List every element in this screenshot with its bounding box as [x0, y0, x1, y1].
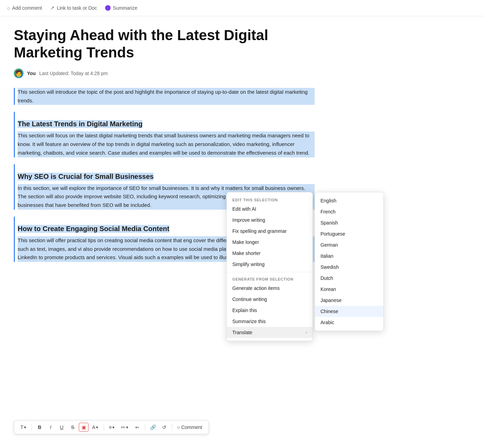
summarize-icon	[105, 5, 111, 11]
link-chain-icon: 🔗	[150, 424, 156, 430]
submenu-lang-chinese[interactable]: Chinese	[315, 306, 383, 317]
generate-section-label: GENERATE FROM SELECTION	[227, 274, 313, 283]
dropdown-icon: ▼	[24, 426, 27, 429]
menu-divider	[227, 272, 313, 272]
menu-make-longer[interactable]: Make longer	[227, 237, 313, 248]
comment-button[interactable]: ○ Comment	[175, 423, 204, 431]
link-to-task-label: Link to task or Doc	[57, 5, 97, 11]
latest-trends-text: This section will focus on the latest di…	[18, 131, 315, 157]
submenu-lang-italian[interactable]: Italian	[315, 250, 383, 262]
summarize-button[interactable]: Summarize	[105, 5, 137, 11]
translate-arrow-icon: ›	[306, 330, 307, 335]
align-button[interactable]: ≡ ▼	[107, 423, 117, 431]
link-button[interactable]: 🔗	[148, 423, 158, 431]
menu-improve-writing[interactable]: Improve writing	[227, 214, 313, 226]
top-toolbar: ○ Add comment ↗ Link to task or Doc Summ…	[0, 0, 484, 16]
document-title: Staying Ahead with the Latest Digital Ma…	[14, 27, 315, 62]
undo-button[interactable]: ↺	[159, 423, 169, 431]
color-arrow-icon: ▼	[95, 426, 99, 429]
submenu-lang-japanese[interactable]: Japanese	[315, 295, 383, 306]
author-name: You	[27, 71, 36, 76]
edit-section-label: EDIT THIS SELECTION	[227, 195, 313, 203]
section-heading-latest-trends: The Latest Trends in Digital Marketing	[18, 120, 142, 128]
menu-generate-action-items[interactable]: Generate action items	[227, 283, 313, 294]
intro-text: This section will introduce the topic of…	[18, 88, 315, 105]
comment-bubble-icon: ○	[177, 424, 180, 430]
outdent-icon: ⇐	[135, 424, 139, 430]
section-intro: This section will introduce the topic of…	[14, 88, 315, 105]
text-format-button[interactable]: T ▼	[18, 423, 29, 431]
menu-translate[interactable]: Translate ›	[227, 327, 313, 338]
section-heading-seo: Why SEO is Crucial for Small Businesses	[18, 173, 153, 181]
menu-explain-this[interactable]: Explain this	[227, 305, 313, 316]
link-icon: ↗	[50, 5, 55, 11]
underline-button[interactable]: U	[57, 423, 66, 431]
align-icon: ≡	[109, 424, 112, 430]
outdent-button[interactable]: ⇐	[132, 423, 142, 431]
language-submenu: EnglishFrenchSpanishPortugueseGermanItal…	[315, 192, 384, 331]
list-icon: ≔	[121, 424, 125, 430]
comment-icon: ○	[7, 5, 10, 11]
toolbar-separator-2	[104, 424, 104, 431]
add-comment-button[interactable]: ○ Add comment	[7, 5, 42, 11]
menu-edit-with-ai[interactable]: Edit with AI	[227, 203, 313, 214]
summarize-label: Summarize	[113, 5, 137, 11]
submenu-lang-french[interactable]: French	[315, 206, 383, 217]
avatar: 🧑	[14, 68, 24, 78]
undo-icon: ↺	[162, 424, 166, 430]
menu-make-shorter[interactable]: Make shorter	[227, 248, 313, 259]
align-arrow-icon: ▼	[112, 426, 115, 429]
list-button[interactable]: ≔ ▼	[119, 423, 131, 431]
menu-fix-spelling[interactable]: Fix spelling and grammar	[227, 226, 313, 237]
italic-button[interactable]: I	[46, 423, 55, 431]
list-arrow-icon: ▼	[125, 426, 129, 429]
highlight-button[interactable]: ▣	[79, 423, 89, 432]
last-updated: Last Updated: Today at 4:28 pm	[39, 71, 108, 76]
submenu-lang-swedish[interactable]: Swedish	[315, 262, 383, 273]
submenu-lang-portuguese[interactable]: Portuguese	[315, 228, 383, 239]
context-menu: EDIT THIS SELECTION Edit with AI Improve…	[226, 192, 313, 341]
section-latest-trends: The Latest Trends in Digital Marketing T…	[14, 112, 315, 157]
highlight-icon: ▣	[82, 424, 86, 430]
bold-button[interactable]: B	[35, 423, 44, 431]
submenu-lang-dutch[interactable]: Dutch	[315, 273, 383, 284]
submenu-lang-korean[interactable]: Korean	[315, 284, 383, 295]
toolbar-separator-3	[145, 424, 145, 431]
text-color-button[interactable]: A ▼	[90, 423, 101, 431]
toolbar-separator-1	[31, 424, 32, 431]
menu-continue-writing[interactable]: Continue writing	[227, 294, 313, 305]
submenu-lang-spanish[interactable]: Spanish	[315, 217, 383, 228]
author-row: 🧑 You Last Updated: Today at 4:28 pm	[14, 68, 315, 78]
toolbar-separator-4	[172, 424, 172, 431]
formatting-toolbar: T ▼ B I U S ▣ A ▼ ≡ ▼ ≔ ▼ ⇐ 🔗 ↺ ○ Commen…	[14, 420, 209, 434]
submenu-lang-english[interactable]: English	[315, 195, 383, 206]
section-heading-social-media: How to Create Engaging Social Media Cont…	[18, 225, 169, 233]
submenu-lang-german[interactable]: German	[315, 239, 383, 250]
submenu-lang-arabic[interactable]: Arabic	[315, 317, 383, 328]
menu-simplify-writing[interactable]: Simplify writing	[227, 259, 313, 270]
link-to-task-button[interactable]: ↗ Link to task or Doc	[50, 5, 97, 11]
add-comment-label: Add comment	[12, 5, 42, 11]
strikethrough-button[interactable]: S	[68, 423, 77, 431]
menu-summarize-this[interactable]: Summarize this	[227, 316, 313, 327]
